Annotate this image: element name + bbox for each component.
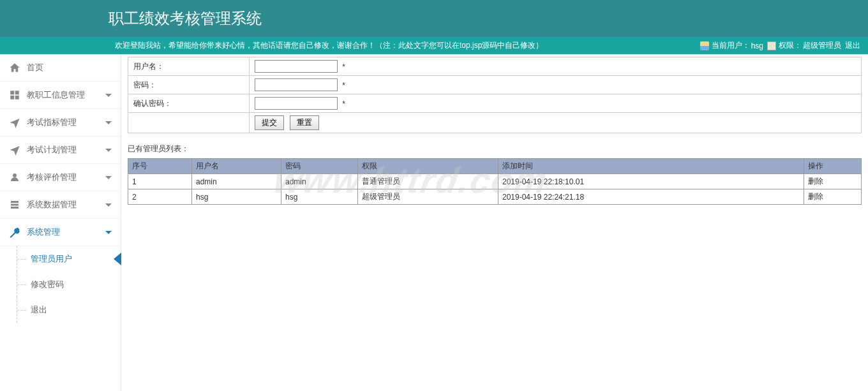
chevron-down-icon	[105, 149, 112, 152]
grid-icon	[9, 89, 20, 101]
role-icon	[767, 41, 776, 50]
plane-icon	[9, 144, 20, 156]
password-label: 密码：	[128, 76, 250, 94]
sidebar-item-3[interactable]: 考试计划管理	[0, 136, 121, 164]
table-cell: admin	[281, 174, 358, 189]
table-row: 2hsghsg超级管理员2019-04-19 22:24:21.18删除	[128, 189, 862, 205]
table-row: 1adminadmin普通管理员2019-04-19 22:18:10.01删除	[128, 174, 862, 189]
subnav-item-1[interactable]: 修改密码	[0, 272, 121, 297]
subheader-bar: 欢迎登陆我站，希望能给你带来好心情，其他话语请您自己修改，谢谢合作！（注：此处文…	[0, 37, 868, 54]
sidebar-item-label: 考试计划管理	[27, 144, 105, 156]
table-cell: 超级管理员	[358, 189, 498, 205]
delete-link[interactable]: 删除	[808, 192, 823, 201]
required-star: *	[342, 63, 345, 71]
table-cell: 2019-04-19 22:24:21.18	[498, 189, 804, 205]
table-cell: 2019-04-19 22:18:10.01	[498, 174, 804, 189]
list-title: 已有管理员列表：	[128, 144, 862, 154]
table-header: 密码	[281, 159, 358, 174]
table-cell: 普通管理员	[358, 174, 498, 189]
plane-icon	[9, 117, 20, 128]
subnav-item-0[interactable]: 管理员用户	[0, 246, 121, 272]
sidebar-item-1[interactable]: 教职工信息管理	[0, 82, 121, 109]
required-star: *	[342, 100, 345, 108]
sidebar-item-6[interactable]: 系统管理	[0, 219, 121, 246]
sidebar-item-0[interactable]: 首页	[0, 54, 121, 82]
home-icon	[9, 62, 20, 73]
table-header: 序号	[128, 159, 192, 174]
table-header: 添加时间	[498, 159, 804, 174]
app-header: 职工绩效考核管理系统	[0, 0, 868, 37]
db-icon	[9, 199, 20, 210]
logout-link[interactable]: 退出	[845, 40, 860, 51]
table-cell: admin	[192, 174, 281, 189]
role-label: 权限：	[779, 40, 802, 51]
wrench-icon	[9, 226, 20, 238]
sidebar-item-4[interactable]: 考核评价管理	[0, 164, 121, 191]
table-header: 操作	[804, 159, 862, 174]
table-cell: 2	[128, 189, 192, 205]
required-star: *	[342, 81, 345, 90]
sidebar-item-label: 系统管理	[27, 226, 105, 238]
users-icon	[9, 172, 20, 183]
submit-button[interactable]: 提交	[255, 115, 284, 130]
current-user-label: 当前用户：	[712, 40, 750, 51]
content-area: 用户名： * 密码： * 确认密码： *	[121, 54, 868, 391]
chevron-down-icon	[105, 176, 112, 179]
confirm-input[interactable]	[255, 97, 338, 110]
table-cell: hsg	[281, 189, 358, 205]
sidebar-item-label: 首页	[27, 62, 112, 73]
admin-table: 序号用户名密码权限添加时间操作 1adminadmin普通管理员2019-04-…	[128, 158, 862, 205]
sidebar-item-2[interactable]: 考试指标管理	[0, 109, 121, 136]
current-user-value: hsg	[751, 41, 763, 50]
role-value: 超级管理员	[803, 40, 841, 51]
username-input[interactable]	[255, 60, 338, 73]
welcome-text: 欢迎登陆我站，希望能给你带来好心情，其他话语请您自己修改，谢谢合作！（注：此处文…	[115, 40, 543, 51]
confirm-label: 确认密码：	[128, 94, 250, 113]
username-label: 用户名：	[128, 57, 250, 76]
chevron-down-icon	[105, 94, 112, 97]
sidebar-item-label: 教职工信息管理	[27, 89, 105, 101]
chevron-down-icon	[105, 121, 112, 124]
table-cell: 1	[128, 174, 192, 189]
sidebar-item-label: 考核评价管理	[27, 172, 105, 183]
chevron-down-icon	[105, 231, 112, 234]
sidebar-item-5[interactable]: 系统数据管理	[0, 191, 121, 219]
user-icon	[700, 41, 709, 50]
table-header: 用户名	[192, 159, 281, 174]
table-header: 权限	[358, 159, 498, 174]
reset-button[interactable]: 重置	[290, 115, 319, 130]
sidebar-item-label: 系统数据管理	[27, 199, 105, 210]
password-input[interactable]	[255, 78, 338, 91]
app-title: 职工绩效考核管理系统	[108, 8, 262, 29]
table-cell: hsg	[192, 189, 281, 205]
delete-link[interactable]: 删除	[808, 177, 823, 186]
user-info: 当前用户： hsg 权限： 超级管理员 退出	[700, 40, 860, 51]
subnav-item-2[interactable]: 退出	[0, 297, 121, 323]
chevron-down-icon	[105, 203, 112, 207]
sidebar-item-label: 考试指标管理	[27, 117, 105, 128]
sidebar: 首页教职工信息管理考试指标管理考试计划管理考核评价管理系统数据管理系统管理 管理…	[0, 54, 121, 391]
admin-form: 用户名： * 密码： * 确认密码： *	[128, 57, 862, 133]
